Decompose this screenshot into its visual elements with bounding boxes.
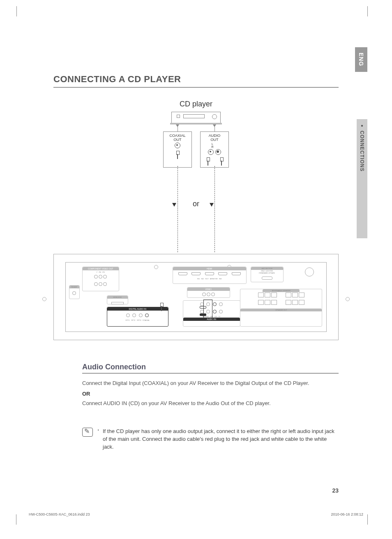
language-tab: ENG: [355, 47, 367, 72]
coaxial-plug-icon: [175, 151, 180, 159]
crop-mark: [359, 516, 367, 525]
coaxial-out-label: OUT: [165, 138, 190, 142]
lr-labels: L R: [202, 143, 227, 148]
eject-icon: [177, 115, 180, 118]
panel-title: COMPONENT VIDEO OUT: [83, 267, 119, 270]
audio-plug-l-icon: [206, 157, 210, 166]
arrow-down-icon: [210, 203, 214, 207]
disc-tray-icon: [183, 114, 205, 118]
hdmi-port-icon: [218, 272, 227, 275]
asc-panel: ASC BUTTON ONLY LED FOR FIRMWARE UPDATE: [251, 267, 284, 282]
coaxial-in-jack-icon: [145, 313, 149, 317]
screw-icon: [346, 297, 350, 301]
panel-title: WIRELESS: [107, 296, 128, 299]
crop-mark: [359, 6, 367, 14]
audio-connection-p2: Connect AUDIO IN (CD) on your AV Receive…: [82, 399, 339, 408]
note-icon: [82, 428, 93, 437]
audio-l-jack-icon: [208, 149, 214, 155]
cd-player-drawing: [171, 112, 221, 123]
section-tab-label: CONNECTIONS: [359, 131, 365, 172]
hdmi-panel: HDMI IN1 IN2 OUT MONITOR IN3: [173, 267, 247, 284]
hdmi-port-icon: [191, 272, 201, 275]
audio-in-cd-r-jack-icon: [213, 310, 217, 313]
hdmi-port-icon: [205, 272, 214, 275]
audio-out-box: AUDIO OUT L R: [200, 131, 229, 168]
connection-diagram: CD player COAXIAL OUT AUDIO OUT L R: [53, 100, 339, 346]
wireless-panel: WIRELESS: [107, 295, 128, 304]
coaxial-out-box: COAXIAL OUT: [163, 131, 192, 168]
panel-title: SPEAKER OUT: [240, 309, 322, 311]
audio-connection-heading: Audio Connection: [82, 363, 339, 373]
panel-title: ASSIGNABLE SPEAKER: [263, 289, 300, 292]
hdmi-port-icon: [232, 272, 241, 275]
cd-player-label: CD player: [53, 100, 339, 108]
coaxial-jack-icon: [175, 143, 180, 148]
note-text: If the CD player has only one audio outp…: [98, 428, 339, 451]
audio-in-cd-l-jack-icon: [213, 302, 217, 306]
section-tab: CONNECTIONS: [357, 119, 367, 238]
arrow-down-icon: [172, 203, 176, 207]
fm-antenna-panel: FM ANT: [69, 285, 80, 299]
panel-title: FM ANT: [69, 286, 79, 288]
audio-plug-r-icon: [219, 157, 224, 166]
crop-mark: [16, 516, 25, 525]
crop-mark: [16, 6, 25, 14]
panel-title: VIDEO: [187, 288, 230, 291]
component-video-out-panel: COMPONENT VIDEO OUT Y PB PR: [82, 267, 119, 291]
audio-connection-or: OR: [82, 391, 339, 397]
page-heading: CONNECTING A CD PLAYER: [53, 74, 339, 88]
coaxial-label: COAXIAL: [165, 134, 190, 138]
screw-icon: [154, 265, 158, 269]
audio-out-label: OUT: [202, 138, 227, 142]
panel-title: ASC BUTTON: [251, 267, 283, 270]
dial-icon: [212, 114, 217, 119]
audio-cable-line: [214, 166, 215, 252]
page-number: 23: [332, 487, 339, 494]
footer-filename: HW-C500-C560S-XAC_0616.indd 23: [29, 512, 90, 516]
screw-icon: [42, 297, 46, 301]
audio-plug-landing-l-icon: [200, 303, 206, 310]
audio-label: AUDIO: [202, 134, 227, 138]
footer-timestamp: 2010-06-16 2:08:12: [331, 512, 363, 516]
coaxial-cable-line: [178, 166, 178, 252]
large-terminal-icon: [305, 267, 314, 276]
speaker-out-panel: ASSIGNABLE SPEAKER SPEAKER OUT: [240, 289, 322, 327]
panel-title: HDMI: [173, 267, 246, 270]
video-panel: VIDEO: [187, 287, 230, 298]
audio-connection-p1: Connect the Digital Input (COAXIAL) on y…: [82, 379, 339, 387]
av-receiver-rear-panel: COMPONENT VIDEO OUT Y PB PR FM ANT HDMI: [53, 254, 339, 340]
hdmi-port-icon: [178, 272, 187, 275]
panel-title: DIGITAL AUDIO IN: [107, 307, 168, 311]
audio-r-jack-icon: [215, 149, 221, 155]
or-label: or: [193, 200, 199, 208]
coaxial-plug-landing-icon: [159, 303, 164, 311]
audio-plug-landing-r-icon: [200, 310, 206, 318]
